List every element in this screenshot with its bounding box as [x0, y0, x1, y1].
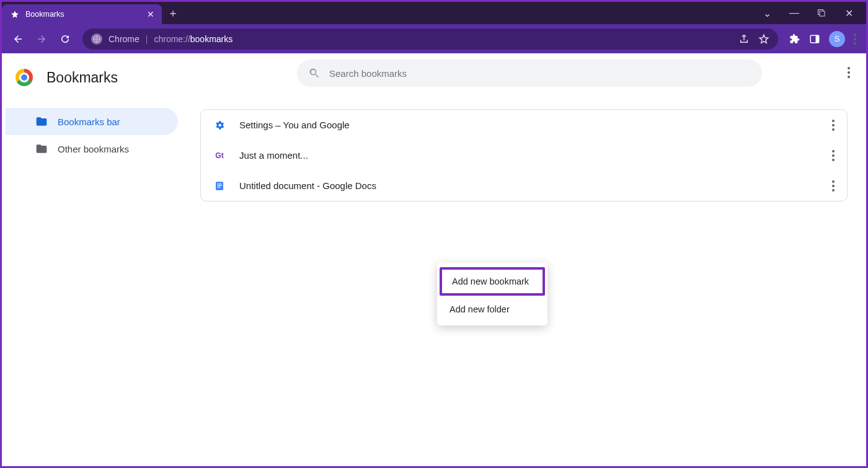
new-tab-button[interactable]: ＋: [162, 2, 184, 24]
svg-rect-6: [217, 183, 222, 184]
ctx-add-new-bookmark[interactable]: Add new bookmark: [440, 267, 545, 296]
bookmark-more-button[interactable]: [832, 180, 835, 192]
gear-icon: [213, 120, 226, 131]
bookmark-row[interactable]: Settings – You and Google: [201, 110, 847, 140]
bookmark-more-button[interactable]: [832, 120, 835, 131]
star-icon: [11, 10, 19, 19]
svg-rect-8: [217, 187, 220, 187]
favicon-icon: Gt: [213, 151, 226, 160]
bookmark-row[interactable]: Untitled document - Google Docs: [201, 170, 847, 201]
search-bookmarks-input[interactable]: [329, 68, 751, 79]
bookmarks-card: Settings – You and Google Gt Just a mome…: [200, 109, 848, 201]
reload-button[interactable]: [55, 29, 75, 49]
ctx-item-label: Add new folder: [450, 304, 510, 314]
site-info-icon[interactable]: [91, 33, 102, 45]
url-scheme: chrome://: [154, 34, 190, 44]
bookmarks-page: Bookmarks Bookmarks bar Other bookmarks …: [2, 53, 866, 466]
title-bar: Bookmarks ✕ ＋ ⌄ — ✕: [2, 2, 866, 24]
sidebar-item-label: Other bookmarks: [58, 144, 129, 154]
sidebar: Bookmarks bar Other bookmarks: [2, 108, 200, 162]
sidepanel-icon[interactable]: [809, 33, 820, 45]
window-close-button[interactable]: ✕: [843, 7, 855, 19]
profile-avatar[interactable]: S: [829, 31, 845, 47]
bookmark-star-icon[interactable]: [758, 33, 769, 45]
bookmark-title: Just a moment...: [239, 150, 308, 161]
bookmark-title: Settings – You and Google: [239, 120, 350, 130]
tab-title: Bookmarks: [25, 10, 64, 19]
extensions-icon[interactable]: [789, 33, 800, 45]
svg-rect-7: [217, 185, 222, 185]
sidebar-item-bookmarks-bar[interactable]: Bookmarks bar: [6, 108, 178, 135]
chrome-logo-icon: [16, 69, 33, 86]
chrome-menu-button[interactable]: [854, 33, 856, 45]
window-maximize-button[interactable]: [815, 7, 828, 19]
browser-tab-active[interactable]: Bookmarks ✕: [2, 4, 162, 24]
ctx-add-new-folder[interactable]: Add new folder: [437, 297, 547, 322]
context-menu: Add new bookmark Add new folder: [437, 262, 547, 325]
svg-rect-4: [816, 35, 819, 43]
bookmarks-list-area: Settings – You and Google Gt Just a mome…: [200, 53, 866, 466]
tabs-dropdown-button[interactable]: ⌄: [761, 7, 773, 19]
page-title: Bookmarks: [46, 69, 118, 86]
page-more-menu-button[interactable]: [848, 67, 850, 78]
ctx-item-label: Add new bookmark: [452, 276, 529, 286]
docs-icon: [213, 180, 226, 192]
search-bookmarks-box[interactable]: [297, 60, 762, 87]
sidebar-item-other-bookmarks[interactable]: Other bookmarks: [6, 135, 178, 162]
bookmark-row[interactable]: Gt Just a moment...: [201, 140, 847, 170]
browser-toolbar: Chrome | chrome://bookmarks S: [2, 24, 866, 53]
url-path: bookmarks: [190, 34, 232, 44]
share-icon[interactable]: [738, 33, 750, 45]
window-controls: ⌄ — ✕: [761, 2, 866, 24]
window-minimize-button[interactable]: —: [788, 7, 800, 19]
address-app-name: Chrome: [108, 34, 140, 44]
address-separator: |: [146, 34, 148, 44]
search-icon: [308, 67, 321, 79]
bookmark-title: Untitled document - Google Docs: [239, 180, 376, 191]
forward-button: [32, 29, 51, 49]
sidebar-item-label: Bookmarks bar: [58, 117, 120, 127]
tab-close-button[interactable]: ✕: [147, 9, 154, 19]
bookmark-more-button[interactable]: [832, 150, 835, 161]
folder-icon: [35, 115, 48, 128]
svg-rect-1: [820, 11, 825, 16]
back-button[interactable]: [8, 29, 28, 49]
folder-icon: [35, 143, 48, 155]
address-bar[interactable]: Chrome | chrome://bookmarks: [82, 29, 778, 50]
